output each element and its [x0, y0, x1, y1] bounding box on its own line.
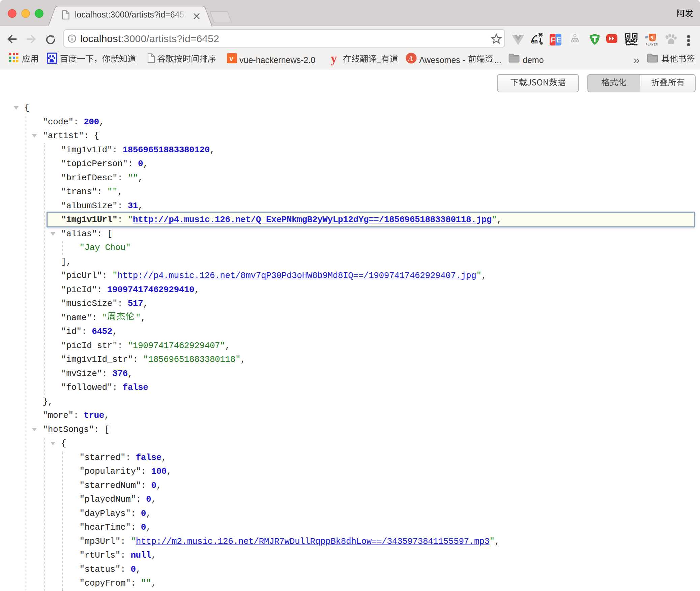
svg-text:v: v	[230, 55, 234, 62]
svg-text:5: 5	[650, 35, 653, 40]
svg-text:E: E	[556, 36, 561, 44]
svg-text:A: A	[408, 54, 413, 62]
svg-text:PLAYER: PLAYER	[646, 43, 658, 46]
svg-text:F: F	[551, 36, 555, 44]
